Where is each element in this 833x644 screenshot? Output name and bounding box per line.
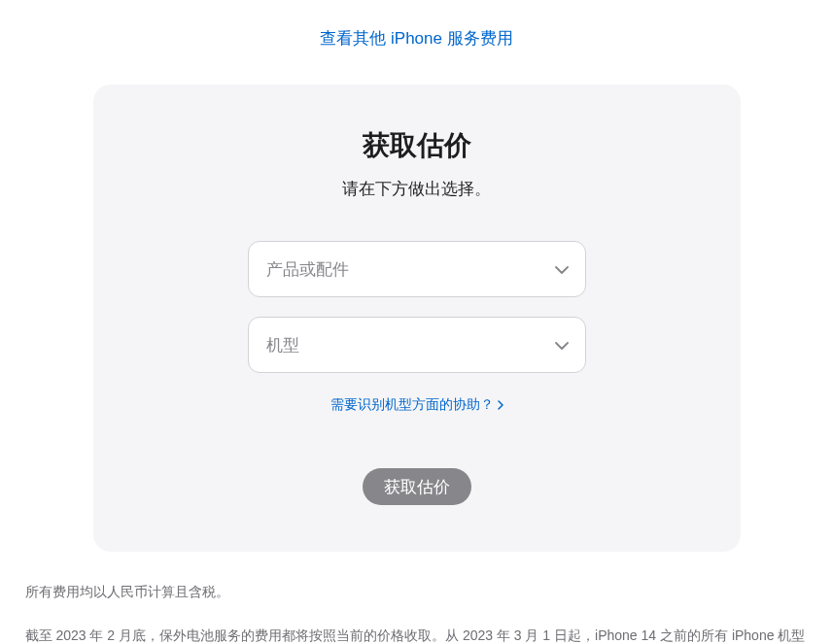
card-subtitle: 请在下方做出选择。 <box>152 178 682 200</box>
estimate-card: 获取估价 请在下方做出选择。 产品或配件 机型 需要识别机型方面的协助？ 获取估… <box>93 85 741 552</box>
footnote-part1: 截至 2023 年 2 月底，保外电池服务的费用都将按照当前的价格收取。从 20… <box>25 627 806 644</box>
help-link-label: 需要识别机型方面的协助？ <box>330 396 494 414</box>
footnote-price-change: 截至 2023 年 2 月底，保外电池服务的费用都将按照当前的价格收取。从 20… <box>25 623 809 644</box>
model-select-wrap: 机型 <box>248 317 586 373</box>
identify-model-help-link[interactable]: 需要识别机型方面的协助？ <box>330 396 503 414</box>
footnotes: 所有费用均以人民币计算且含税。 截至 2023 年 2 月底，保外电池服务的费用… <box>14 579 820 644</box>
card-title: 获取估价 <box>152 127 682 164</box>
get-estimate-button[interactable]: 获取估价 <box>363 468 471 505</box>
model-select[interactable]: 机型 <box>248 317 586 373</box>
other-service-fees-link[interactable]: 查看其他 iPhone 服务费用 <box>320 29 512 48</box>
footnote-currency: 所有费用均以人民币计算且含税。 <box>25 579 809 605</box>
product-select[interactable]: 产品或配件 <box>248 241 586 297</box>
product-select-wrap: 产品或配件 <box>248 241 586 297</box>
chevron-right-icon <box>498 400 503 410</box>
